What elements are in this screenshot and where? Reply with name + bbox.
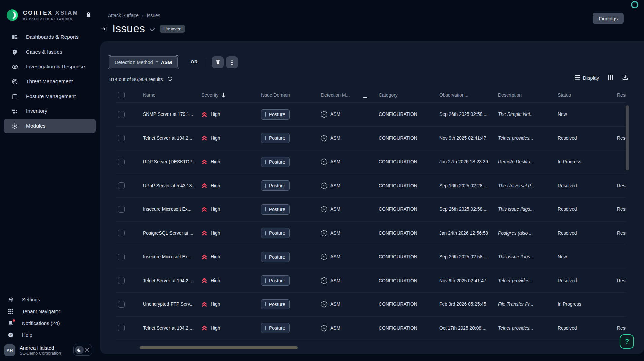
- cell-name[interactable]: RDP Server (DESKTOP...: [143, 159, 201, 164]
- cell-name[interactable]: Telnet Server at 194.2...: [143, 136, 201, 141]
- refresh-icon: [167, 76, 173, 83]
- display-button[interactable]: Display: [575, 75, 599, 81]
- table-row[interactable]: Telnet Server at 194.2...HighPostureASMC…: [115, 269, 626, 293]
- row-checkbox[interactable]: [118, 301, 125, 308]
- badge-label: Posture: [269, 302, 285, 307]
- column-header-resolution[interactable]: Resolution...: [617, 92, 626, 98]
- cell-detection-method: ASM: [321, 206, 379, 213]
- cell-observation: Jan 27th 2026 13:23:39: [439, 159, 498, 164]
- breadcrumb-attack-surface[interactable]: Attack Surface: [108, 13, 139, 18]
- cell-name[interactable]: PostgreSQL Server at ...: [143, 231, 201, 236]
- severity-high-icon: [201, 135, 207, 141]
- sort-desc-icon[interactable]: [221, 93, 226, 98]
- sidebar-item-label: Settings: [22, 297, 40, 302]
- sidebar-item-threat-management[interactable]: Threat Management: [4, 74, 96, 89]
- delete-filter-button[interactable]: [212, 56, 224, 68]
- sidebar-item-help[interactable]: ?Help: [0, 329, 100, 341]
- table-row[interactable]: SNMP Server at 179.1...HighPostureASMCON…: [115, 103, 626, 127]
- cell-name[interactable]: Telnet Server at 194.2...: [143, 326, 201, 331]
- cell-name[interactable]: Insecure Microsoft Ex...: [143, 207, 201, 212]
- asm-hexagon-icon: [321, 253, 327, 260]
- chevron-right-icon: ›: [142, 13, 143, 18]
- column-header-severity[interactable]: Severity: [201, 92, 261, 98]
- sidebar-item-label: Modules: [26, 123, 46, 129]
- select-all-checkbox[interactable]: [118, 92, 125, 98]
- cell-issue-domain: Posture: [261, 133, 321, 143]
- eye-icon: [11, 65, 18, 69]
- row-checkbox[interactable]: [118, 111, 125, 118]
- row-checkbox[interactable]: [118, 254, 125, 260]
- row-checkbox[interactable]: [118, 182, 125, 189]
- or-operator-label[interactable]: OR: [191, 59, 198, 64]
- column-header-observed[interactable]: Observation...: [439, 92, 498, 98]
- column-header-name[interactable]: Name: [143, 92, 201, 98]
- cell-name[interactable]: UPnP Server at 5.43.13...: [143, 183, 201, 188]
- row-checkbox[interactable]: [118, 206, 125, 213]
- cell-severity: High: [201, 278, 261, 283]
- sidebar-item-modules[interactable]: Modules: [4, 119, 96, 133]
- filter-more-button[interactable]: [226, 56, 238, 68]
- horizontal-scrollbar[interactable]: [140, 346, 298, 349]
- export-button[interactable]: [622, 75, 628, 81]
- moon-icon[interactable]: [75, 346, 84, 354]
- column-header-category[interactable]: Category: [379, 92, 439, 98]
- vertical-scrollbar[interactable]: [626, 105, 629, 170]
- table-row[interactable]: Telnet Server at 194.2...HighPostureASMC…: [115, 317, 626, 340]
- asm-hexagon-icon: [321, 158, 327, 165]
- cell-select: [115, 230, 143, 236]
- sidebar-item-notifications-24[interactable]: Notifications (24): [0, 317, 100, 329]
- column-header-detection[interactable]: Detection M...: [321, 92, 379, 98]
- badge-label: Posture: [269, 112, 285, 117]
- sidebar-item-settings[interactable]: Settings: [0, 294, 100, 305]
- cell-issue-domain: Posture: [261, 157, 321, 167]
- row-checkbox[interactable]: [118, 135, 125, 141]
- filter-funnel-icon[interactable]: [363, 97, 367, 98]
- filter-chip-detection-method[interactable]: Detection Method = ASM: [109, 56, 178, 68]
- chevron-down-icon[interactable]: [150, 27, 155, 33]
- table-row[interactable]: RDP Server (DESKTOP...HighPostureASMCONF…: [115, 150, 626, 174]
- hamburger-icon: [575, 75, 580, 81]
- cell-name[interactable]: Telnet Server at 194.2...: [143, 278, 201, 283]
- column-header-description[interactable]: Description: [498, 92, 558, 98]
- table-row[interactable]: UPnP Server at 5.43.13...HighPostureASMC…: [115, 174, 626, 198]
- sidebar-item-investigation-response[interactable]: Investigation & Response: [4, 59, 96, 74]
- refresh-button[interactable]: [167, 76, 173, 83]
- sidebar-item-posture-management[interactable]: Posture Management: [4, 89, 96, 104]
- detection-label: ASM: [330, 183, 340, 188]
- sun-icon[interactable]: [84, 347, 90, 353]
- findings-button[interactable]: Findings: [593, 13, 624, 24]
- row-checkbox[interactable]: [118, 230, 125, 236]
- columns-button[interactable]: [608, 75, 613, 81]
- unsaved-badge: Unsaved: [160, 25, 185, 33]
- avatar[interactable]: AH: [4, 344, 15, 356]
- sidebar-item-dashboards-reports[interactable]: Dashboards & Reports: [4, 30, 96, 44]
- sidebar-item-tenant-navigator[interactable]: Tenant Navigator: [0, 305, 100, 317]
- table-row[interactable]: PostgreSQL Server at ...HighPostureASMCO…: [115, 222, 626, 245]
- cell-observation: Sep 16th 2025 02:28:...: [439, 183, 498, 188]
- sidebar-item-cases-issues[interactable]: Cases & Issues: [4, 44, 96, 59]
- column-header-domain[interactable]: Issue Domain: [261, 92, 321, 98]
- row-checkbox[interactable]: [118, 277, 125, 284]
- sidebar-item-inventory[interactable]: Inventory: [4, 104, 96, 119]
- column-header-status[interactable]: Status: [558, 92, 617, 98]
- badge-label: Posture: [269, 254, 285, 260]
- table-row[interactable]: Insecure Microsoft Ex...HighPostureASMCO…: [115, 245, 626, 269]
- severity-label: High: [211, 183, 220, 188]
- column-header-select[interactable]: [115, 92, 143, 98]
- row-checkbox[interactable]: [118, 159, 125, 165]
- help-button[interactable]: ?: [620, 334, 634, 349]
- table-row[interactable]: Telnet Server at 194.2...HighPostureASMC…: [115, 127, 626, 151]
- table-row[interactable]: Unencrypted FTP Serv...HighPostureASMCON…: [115, 293, 626, 317]
- help-circle-icon: ?: [7, 332, 14, 338]
- gear-icon: [7, 297, 14, 302]
- cell-name[interactable]: Insecure Microsoft Ex...: [143, 254, 201, 259]
- cell-name[interactable]: Unencrypted FTP Serv...: [143, 302, 201, 307]
- user-row[interactable]: AH Andrea Halsted SE-Demo Corporation: [4, 343, 96, 357]
- cell-name[interactable]: SNMP Server at 179.1...: [143, 112, 201, 117]
- breadcrumb-issues[interactable]: Issues: [147, 13, 160, 18]
- sidebar-collapse-icon[interactable]: [100, 25, 108, 32]
- sidebar-item-label: Tenant Navigator: [22, 308, 60, 314]
- row-checkbox[interactable]: [118, 325, 125, 331]
- table-row[interactable]: Insecure Microsoft Ex...HighPostureASMCO…: [115, 198, 626, 222]
- theme-toggle[interactable]: [73, 344, 92, 356]
